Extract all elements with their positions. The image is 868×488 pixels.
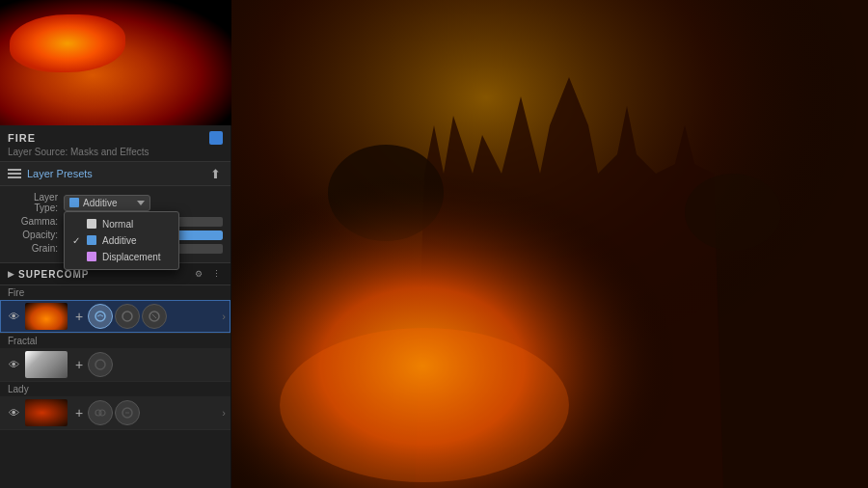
lady-op-2[interactable] [115,400,140,425]
supercomp-settings-icon[interactable]: ⚙ [192,267,205,281]
fire-eye-icon[interactable]: 👁 [5,308,22,325]
layer-group-fire: Fire 👁 + › [0,285,231,334]
presets-list-icon [8,169,21,178]
preview-fire-shape [10,14,125,72]
color-additive [87,235,96,245]
color-normal [87,219,96,229]
gamma-label: Gamma: [8,216,58,227]
supercomp-section: ▶ SUPERCOMP ⚙ ⋮ Fire 👁 + [0,263,231,488]
label-additive: Additive [102,235,137,246]
layer-type-row: Layer Type: Additive Normal ✓ [8,192,223,213]
fractal-layer-row[interactable]: 👁 + [0,348,231,381]
dropdown-color-indicator [69,198,79,207]
preview-area [0,0,231,125]
supercomp-title: SUPERCOMP [18,269,192,280]
svg-point-1 [122,312,132,321]
layer-group-lady: Lady 👁 + › [0,382,231,430]
menu-item-additive[interactable]: ✓ Additive [65,232,178,249]
presets-bar[interactable]: Layer Presets ⬆ [0,162,231,186]
label-displacement: Displacement [102,252,161,262]
fractal-layer-header: Fractal [0,334,231,348]
fire-layer-ops [88,304,220,329]
fire-layer-header: Fire [0,285,231,300]
layer-type-menu: Normal ✓ Additive Displacement [64,211,179,270]
lady-layer-header: Lady [0,382,231,396]
menu-item-displacement[interactable]: Displacement [65,249,178,265]
lady-op-1[interactable] [88,400,113,425]
supercomp-more-icon[interactable]: ⋮ [209,267,223,281]
fire-op-2[interactable] [115,304,140,329]
lady-chevron-right: › [222,407,226,419]
color-displacement [87,252,96,261]
supercomp-icons: ⚙ ⋮ [192,267,223,281]
supercomp-collapse-icon: ▶ [8,269,14,279]
fire-op-1[interactable] [88,304,113,329]
layer-group-fractal: Fractal 👁 + [0,334,231,382]
check-additive: ✓ [72,235,84,246]
layer-type-icon[interactable] [209,131,223,145]
fire-op-3[interactable] [142,304,167,329]
layer-source: Layer Source: Masks and Effects [8,147,223,157]
grain-label: Grain: [8,243,58,254]
lady-add-button[interactable]: + [70,404,88,421]
lady-layer-row[interactable]: 👁 + › [0,396,231,429]
menu-item-normal[interactable]: Normal [65,216,178,232]
properties-area: Layer Type: Additive Normal ✓ [0,186,231,263]
lady-layer-ops [88,400,220,425]
svg-point-0 [95,312,105,321]
lady-eye-icon[interactable]: 👁 [5,404,22,421]
layer-name: FIRE [8,132,36,144]
layer-type-label: Layer Type: [8,192,58,213]
svg-line-3 [152,314,156,318]
fractal-add-button[interactable]: + [70,356,88,373]
presets-save-icon[interactable]: ⬆ [207,166,223,181]
dropdown-arrow-icon [137,201,145,205]
fractal-layer-thumb [25,351,68,378]
label-normal: Normal [102,219,133,230]
fractal-eye-icon[interactable]: 👁 [5,356,22,373]
presets-label: Layer Presets [27,168,207,179]
canvas-image [231,0,868,488]
layer-type-dropdown[interactable]: Additive [64,195,150,211]
svg-point-15 [280,328,569,482]
canvas-area [231,0,868,488]
fractal-op-1[interactable] [88,352,113,377]
fire-chevron-right: › [222,311,226,322]
svg-point-4 [95,360,105,369]
layer-type-dropdown-container[interactable]: Additive Normal ✓ Additive [64,195,150,211]
fire-add-button[interactable]: + [70,308,88,325]
fire-layer-thumb [25,303,68,330]
canvas-svg-overlay [231,0,868,488]
left-panel: FIRE Layer Source: Masks and Effects Lay… [0,0,231,488]
fractal-layer-ops [88,352,226,377]
svg-point-6 [99,410,105,416]
layer-info: FIRE Layer Source: Masks and Effects [0,125,231,162]
lady-layer-thumb [25,399,68,426]
fire-layer-row[interactable]: 👁 + › [0,300,231,333]
layer-type-value: Additive [83,198,133,208]
opacity-label: Opacity: [8,230,58,240]
